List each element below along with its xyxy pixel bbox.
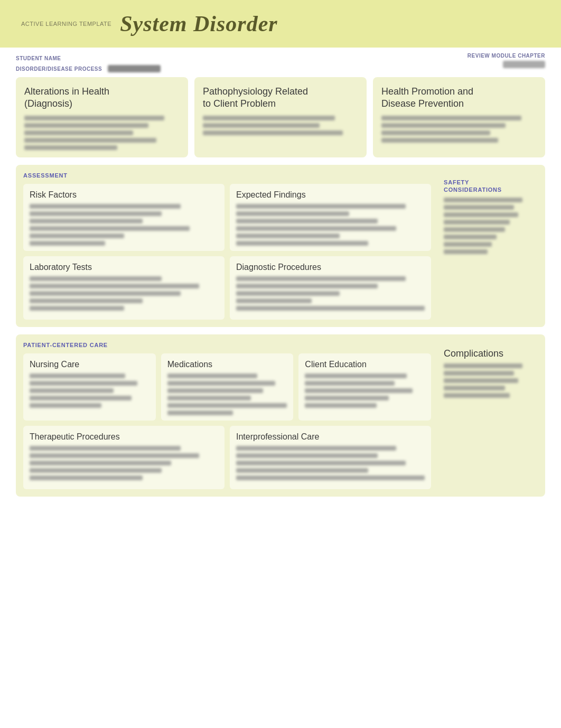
risk-factors-title: Risk Factors — [30, 190, 218, 200]
therapeutic-procedures-content — [30, 446, 218, 480]
top-card-pathophysiology-content — [203, 116, 358, 135]
medications-card: Medications — [161, 353, 294, 421]
safety-side: SAFETYCONSIDERATIONS — [437, 172, 538, 320]
laboratory-tests-title: Laboratory Tests — [30, 263, 218, 272]
top-cards-row: Alterations in Health(Diagnosis) Pathoph… — [16, 77, 545, 157]
laboratory-tests-card: Laboratory Tests — [23, 256, 225, 320]
top-card-pathophysiology: Pathophysiology Relatedto Client Problem — [194, 77, 367, 157]
client-education-card: Client Education — [298, 353, 431, 421]
diagnostic-procedures-title: Diagnostic Procedures — [236, 263, 425, 272]
meta-right: REVIEW MODULE CHAPTER — [467, 53, 545, 68]
nursing-care-content — [30, 374, 149, 408]
top-card-pathophysiology-title: Pathophysiology Relatedto Client Problem — [203, 86, 358, 110]
laboratory-tests-content — [30, 276, 218, 311]
safety-heading: SAFETYCONSIDERATIONS — [444, 179, 531, 194]
pcc-side: Complications — [437, 342, 538, 489]
pcc-cards-row1: Nursing Care Medications — [23, 353, 431, 421]
assessment-heading: ASSESSMENT — [23, 172, 431, 179]
top-card-alterations-title: Alterations in Health(Diagnosis) — [24, 86, 180, 110]
assessment-section: ASSESSMENT Risk Factors Expected Finding… — [16, 165, 545, 327]
therapeutic-procedures-title: Therapeutic Procedures — [30, 432, 218, 442]
student-name-label: STUDENT NAME — [16, 53, 161, 62]
expected-findings-title: Expected Findings — [236, 190, 425, 200]
disorder-label-row: DISORDER/DISEASE PROCESS — [16, 63, 161, 73]
risk-factors-content — [30, 204, 218, 246]
client-education-title: Client Education — [305, 360, 425, 369]
complications-card: Complications — [437, 342, 538, 403]
diagnostic-procedures-card: Diagnostic Procedures — [230, 256, 431, 320]
review-module-value-blurred — [503, 61, 545, 68]
medications-title: Medications — [167, 360, 287, 369]
pcc-section: PATIENT-CENTERED CARE Nursing Care Medic… — [16, 334, 545, 497]
complications-title: Complications — [444, 348, 531, 359]
top-card-alterations-content — [24, 116, 180, 150]
expected-findings-card: Expected Findings — [230, 184, 431, 251]
risk-factors-card: Risk Factors — [23, 184, 225, 251]
nursing-care-card: Nursing Care — [23, 353, 156, 421]
review-module-label: REVIEW MODULE CHAPTER — [467, 53, 545, 59]
interprofessional-care-title: Interprofessional Care — [236, 432, 425, 442]
top-card-health-promotion-title: Health Promotion andDisease Prevention — [381, 86, 537, 110]
header-banner: ACTIVE LEARNING TEMPLATE System Disorder — [0, 0, 561, 48]
pcc-heading: PATIENT-CENTERED CARE — [23, 342, 431, 348]
interprofessional-care-card: Interprofessional Care — [230, 426, 431, 489]
assessment-main: ASSESSMENT Risk Factors Expected Finding… — [23, 172, 431, 320]
complications-content — [444, 363, 531, 398]
pcc-cards-row2: Therapeutic Procedures Interprofessional… — [23, 426, 431, 489]
disorder-value-blurred — [108, 65, 161, 72]
expected-findings-content — [236, 204, 425, 246]
client-education-content — [305, 374, 425, 408]
header-subtitle: ACTIVE LEARNING TEMPLATE — [21, 21, 111, 27]
meta-left: STUDENT NAME DISORDER/DISEASE PROCESS — [16, 53, 161, 73]
safety-content — [444, 198, 531, 254]
top-card-health-promotion: Health Promotion andDisease Prevention — [373, 77, 545, 157]
header-title: System Disorder — [120, 11, 278, 36]
safety-card: SAFETYCONSIDERATIONS — [437, 172, 538, 260]
medications-content — [167, 374, 287, 415]
assessment-cards-grid: Risk Factors Expected Findings — [23, 184, 431, 320]
therapeutic-procedures-card: Therapeutic Procedures — [23, 426, 225, 489]
top-card-health-promotion-content — [381, 116, 537, 143]
diagnostic-procedures-content — [236, 276, 425, 311]
main-content: Alterations in Health(Diagnosis) Pathoph… — [0, 77, 561, 512]
top-card-alterations: Alterations in Health(Diagnosis) — [16, 77, 188, 157]
interprofessional-care-content — [236, 446, 425, 480]
meta-row: STUDENT NAME DISORDER/DISEASE PROCESS RE… — [0, 48, 561, 77]
pcc-main: PATIENT-CENTERED CARE Nursing Care Medic… — [23, 342, 431, 489]
nursing-care-title: Nursing Care — [30, 360, 149, 369]
